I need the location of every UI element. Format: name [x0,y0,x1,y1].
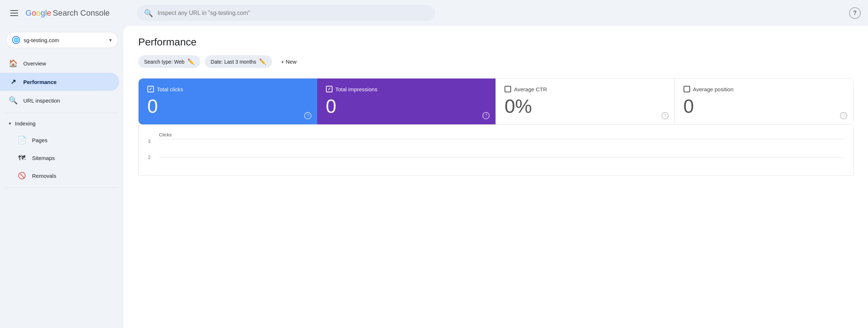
performance-icon: ↗ [9,78,17,86]
sidebar-item-url-inspection-label: URL inspection [23,97,60,104]
total-clicks-value: 0 [147,97,308,116]
metric-average-position[interactable]: Average position 0 ? [674,79,853,124]
app-logo: Google Search Console [25,8,110,18]
nav-divider [6,113,118,113]
chart-y-value-3: 3 [148,139,151,144]
sidebar: 🌐 sg-testing.com ▾ 🏠 Overview ↗ Performa… [0,26,124,328]
date-filter[interactable]: Date: Last 3 months ✏️ [205,55,272,68]
total-impressions-value: 0 [326,97,487,116]
sidebar-item-removals[interactable]: 🚫 Removals [0,167,119,184]
sidebar-item-pages[interactable]: 📄 Pages [0,131,119,149]
sidebar-section-indexing-label: Indexing [15,120,36,127]
logo-text: Search Console [53,8,110,18]
main-content: Performance Search type: Web ✏️ Date: La… [124,26,868,328]
average-ctr-checkbox[interactable] [505,86,511,92]
sidebar-item-overview-label: Overview [23,60,46,67]
edit-date-icon: ✏️ [259,58,266,65]
new-filter-button[interactable]: + New [276,56,301,68]
removals-icon: 🚫 [17,172,26,180]
body-layout: 🌐 sg-testing.com ▾ 🏠 Overview ↗ Performa… [0,26,868,328]
total-clicks-label: Total clicks [157,86,183,92]
metric-average-ctr-header: Average CTR [505,86,666,92]
url-inspection-icon: 🔍 [9,96,17,105]
metric-total-impressions[interactable]: Total impressions 0 ? [317,79,496,124]
nav-divider-2 [6,187,118,188]
total-impressions-help-icon[interactable]: ? [482,112,490,119]
search-type-label: Search type: Web [144,59,184,65]
total-impressions-checkbox[interactable] [326,86,333,92]
search-input[interactable] [158,10,428,16]
chart-container: Clicks 3 2 [146,132,846,175]
property-globe-icon: 🌐 [12,36,20,44]
topbar-right: ? [849,7,861,19]
chart-area: Clicks 3 2 [138,125,853,176]
topbar: Google Search Console 🔍 ? [0,0,868,26]
chart-gridline-3 [159,175,846,176]
total-clicks-help-icon[interactable]: ? [304,112,311,119]
metric-average-position-header: Average position [684,86,845,92]
filter-bar: Search type: Web ✏️ Date: Last 3 months … [138,55,853,68]
search-bar[interactable]: 🔍 [137,5,435,21]
average-ctr-label: Average CTR [514,86,547,92]
metric-total-impressions-header: Total impressions [326,86,487,92]
metric-total-clicks-header: Total clicks [147,86,308,92]
chart-plot: 3 2 [159,139,846,175]
property-selector[interactable]: 🌐 sg-testing.com ▾ [6,32,118,48]
average-position-checkbox[interactable] [684,86,690,92]
chart-gridline-1 [159,139,846,139]
average-ctr-help-icon[interactable]: ? [661,112,669,119]
sidebar-item-url-inspection[interactable]: 🔍 URL inspection [0,91,119,110]
indexing-chevron-icon: ▾ [9,121,11,126]
average-position-value: 0 [684,97,845,116]
sidebar-item-performance[interactable]: ↗ Performance [0,73,119,91]
logo-google: Google [25,8,51,18]
chart-y-axis-label: Clicks [159,132,846,137]
menu-icon[interactable] [7,7,21,19]
metric-average-ctr[interactable]: Average CTR 0% ? [495,79,674,124]
sidebar-item-sitemaps[interactable]: 🗺 Sitemaps [0,149,119,167]
search-type-filter[interactable]: Search type: Web ✏️ [138,55,200,68]
average-position-help-icon[interactable]: ? [840,112,847,119]
sidebar-item-pages-label: Pages [32,137,48,143]
page-title: Performance [138,36,853,48]
sidebar-section-indexing[interactable]: ▾ Indexing [0,116,124,131]
pages-icon: 📄 [17,136,26,144]
average-position-label: Average position [693,86,733,92]
chart-y-value-2: 2 [148,155,151,160]
property-dropdown-arrow: ▾ [109,37,112,43]
property-name: sg-testing.com [24,37,105,43]
new-filter-label: + New [281,59,296,65]
metrics-row: Total clicks 0 ? Total impressions 0 ? A… [138,78,853,125]
date-label: Date: Last 3 months [211,59,256,65]
home-icon: 🏠 [9,59,17,68]
topbar-left: Google Search Console [7,7,131,19]
total-clicks-checkbox[interactable] [147,86,154,92]
edit-search-type-icon: ✏️ [187,58,195,65]
sitemaps-icon: 🗺 [17,154,26,162]
search-icon: 🔍 [144,9,153,17]
chart-gridline-2 [159,157,846,157]
sidebar-item-overview[interactable]: 🏠 Overview [0,54,119,73]
metric-total-clicks[interactable]: Total clicks 0 ? [139,79,317,124]
sidebar-item-sitemaps-label: Sitemaps [32,155,55,161]
average-ctr-value: 0% [505,97,666,116]
total-impressions-label: Total impressions [335,86,378,92]
sidebar-item-removals-label: Removals [32,173,56,179]
sidebar-item-performance-label: Performance [23,79,57,85]
help-icon[interactable]: ? [849,7,861,19]
